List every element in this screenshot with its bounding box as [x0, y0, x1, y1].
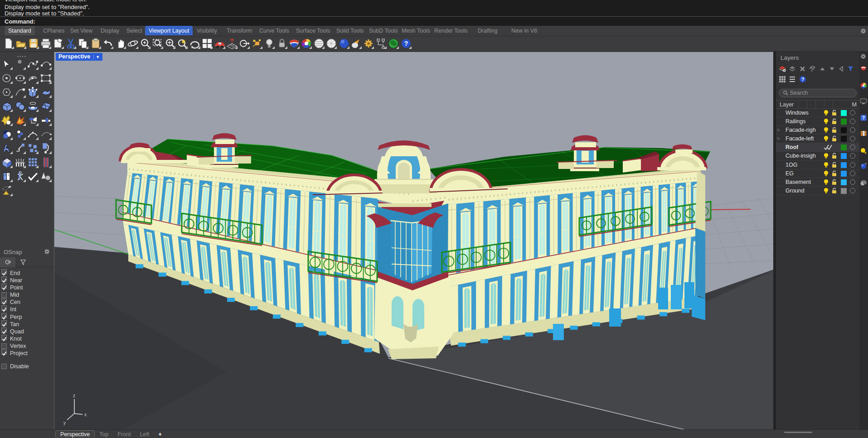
svg-text:z: z — [73, 393, 75, 398]
svg-text:?: ? — [404, 40, 408, 47]
svg-text:?: ? — [862, 116, 865, 120]
svg-text:x: x — [84, 412, 87, 417]
svg-text:?: ? — [801, 77, 805, 82]
svg-text:y: y — [63, 420, 66, 425]
